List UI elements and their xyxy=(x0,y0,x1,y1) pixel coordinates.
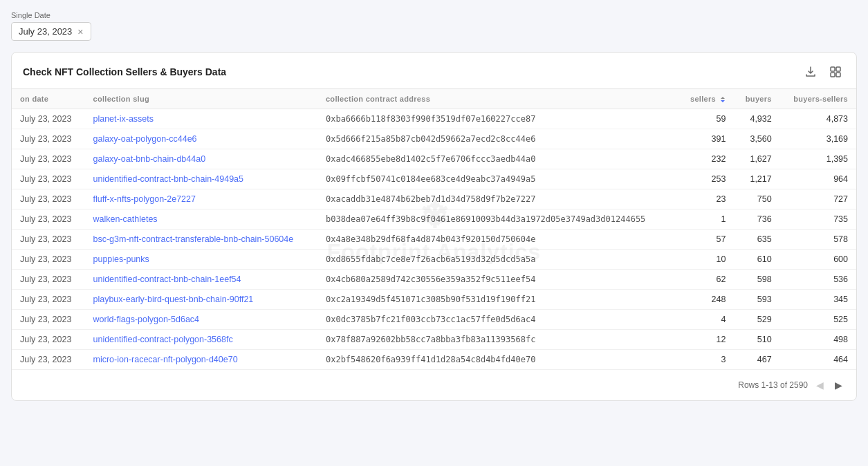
svg-rect-0 xyxy=(831,67,835,71)
cell-buyers: 593 xyxy=(734,290,779,310)
cell-slug: bsc-g3m-nft-contract-transferable-bnb-ch… xyxy=(84,230,317,250)
slug-link[interactable]: micro-ion-racecar-nft-polygon-d40e70 xyxy=(93,355,237,364)
cell-sellers: 62 xyxy=(678,270,735,290)
cell-buyers-sellers: 345 xyxy=(780,290,856,310)
cell-slug: galaxy-oat-bnb-chain-db44a0 xyxy=(84,149,317,169)
cell-address: 0xc2a19349d5f451071c3085b90f531d19f190ff… xyxy=(317,290,678,310)
cell-slug: fluff-x-nfts-polygon-2e7227 xyxy=(84,189,317,209)
clear-date-button[interactable]: × xyxy=(77,27,83,37)
cell-buyers: 598 xyxy=(734,270,779,290)
cell-sellers: 10 xyxy=(678,250,735,270)
cell-date: July 23, 2023 xyxy=(12,209,84,230)
cell-slug: world-flags-polygon-5d6ac4 xyxy=(84,310,317,330)
table-row: July 23, 2023galaxy-oat-bnb-chain-db44a0… xyxy=(12,149,856,169)
cell-date: July 23, 2023 xyxy=(12,330,84,350)
cell-sellers: 248 xyxy=(678,290,735,310)
cell-date: July 23, 2023 xyxy=(12,290,84,310)
cell-address: 0xacaddb31e4874b62beb7d1d34d758d9f7b2e72… xyxy=(317,189,678,209)
slug-link[interactable]: unidentified-contract-bnb-chain-1eef54 xyxy=(93,274,241,284)
cell-address: 0xba6666b118f8303f990f3519df07e160227cce… xyxy=(317,109,678,129)
slug-link[interactable]: unidentified-contract-polygon-3568fc xyxy=(93,335,232,344)
table-row: July 23, 2023walken-cathletesb038dea07e6… xyxy=(12,209,856,230)
col-sellers[interactable]: sellers xyxy=(678,89,735,109)
table-row: July 23, 2023fluff-x-nfts-polygon-2e7227… xyxy=(12,189,856,209)
cell-buyers: 3,560 xyxy=(734,129,779,149)
cell-date: July 23, 2023 xyxy=(12,230,84,250)
cell-address: 0x2bf548620f6a939ff41d1d28a54c8d4b4fd40e… xyxy=(317,350,678,370)
table-row: July 23, 2023unidentified-contract-bnb-c… xyxy=(12,169,856,189)
table-row: July 23, 2023planet-ix-assets0xba6666b11… xyxy=(12,109,856,129)
cell-slug: planet-ix-assets xyxy=(84,109,317,129)
cell-buyers: 510 xyxy=(734,330,779,350)
slug-link[interactable]: bsc-g3m-nft-contract-transferable-bnb-ch… xyxy=(93,234,293,244)
cell-buyers-sellers: 600 xyxy=(780,250,856,270)
cell-slug: galaxy-oat-polygon-cc44e6 xyxy=(84,129,317,149)
cell-slug: puppies-punks xyxy=(84,250,317,270)
slug-link[interactable]: fluff-x-nfts-polygon-2e7227 xyxy=(93,194,195,204)
cell-buyers-sellers: 536 xyxy=(780,270,856,290)
cell-address: 0x09ffcbf50741c0184ee683ce4d9eabc37a4949… xyxy=(317,169,678,189)
cell-buyers-sellers: 525 xyxy=(780,310,856,330)
date-value: July 23, 2023 xyxy=(19,26,72,37)
download-button[interactable] xyxy=(801,62,820,82)
data-table: on date collection slug collection contr… xyxy=(12,89,856,369)
cell-slug: walken-cathletes xyxy=(84,209,317,230)
svg-rect-1 xyxy=(836,67,840,71)
table-head: on date collection slug collection contr… xyxy=(12,89,856,109)
table-row: July 23, 2023bsc-g3m-nft-contract-transf… xyxy=(12,230,856,250)
cell-slug: micro-ion-racecar-nft-polygon-d40e70 xyxy=(84,350,317,370)
cell-address: 0x78f887a92602bb58cc7a8bba3fb83a11393568… xyxy=(317,330,678,350)
slug-link[interactable]: world-flags-polygon-5d6ac4 xyxy=(93,315,199,324)
cell-buyers: 1,627 xyxy=(734,149,779,169)
cell-sellers: 232 xyxy=(678,149,735,169)
date-filter-label: Single Date xyxy=(11,11,857,19)
slug-link[interactable]: galaxy-oat-bnb-chain-db44a0 xyxy=(93,154,205,164)
cell-buyers: 467 xyxy=(734,350,779,370)
table-body-wrapper: ❄ Footprint Analytics on date collection… xyxy=(12,89,856,369)
table-header-row: Check NFT Collection Sellers & Buyers Da… xyxy=(12,53,856,89)
cell-buyers-sellers: 1,395 xyxy=(780,149,856,169)
col-on-date: on date xyxy=(12,89,84,109)
cell-date: July 23, 2023 xyxy=(12,270,84,290)
slug-link[interactable]: puppies-punks xyxy=(93,254,149,264)
cell-address: b038dea07e64ff39b8c9f0461e86910093b44d3a… xyxy=(317,209,678,230)
table-row: July 23, 2023galaxy-oat-polygon-cc44e60x… xyxy=(12,129,856,149)
cell-buyers: 4,932 xyxy=(734,109,779,129)
table-body: July 23, 2023planet-ix-assets0xba6666b11… xyxy=(12,109,856,370)
date-chip: July 23, 2023 × xyxy=(11,22,91,41)
table-row: July 23, 2023playbux-early-bird-quest-bn… xyxy=(12,290,856,310)
cell-address: 0xd8655fdabc7ce8e7f26acb6a5193d32d5dcd5a… xyxy=(317,250,678,270)
cell-sellers: 4 xyxy=(678,310,735,330)
share-button[interactable] xyxy=(826,62,845,82)
cell-sellers: 253 xyxy=(678,169,735,189)
cell-buyers-sellers: 464 xyxy=(780,350,856,370)
svg-rect-2 xyxy=(831,73,835,77)
pagination-row: Rows 1-13 of 2590 ◀ ▶ xyxy=(12,369,856,400)
cell-date: July 23, 2023 xyxy=(12,189,84,209)
cell-buyers-sellers: 4,873 xyxy=(780,109,856,129)
slug-link[interactable]: galaxy-oat-polygon-cc44e6 xyxy=(93,134,196,144)
prev-page-button[interactable]: ◀ xyxy=(813,378,827,392)
cell-buyers-sellers: 727 xyxy=(780,189,856,209)
cell-address: 0xadc466855ebe8d1402c5f7e6706fccc3aedb44… xyxy=(317,149,678,169)
slug-link[interactable]: playbux-early-bird-quest-bnb-chain-90ff2… xyxy=(93,295,253,304)
cell-buyers: 750 xyxy=(734,189,779,209)
date-filter-section: Single Date July 23, 2023 × xyxy=(11,11,857,41)
slug-link[interactable]: walken-cathletes xyxy=(93,214,157,224)
cell-buyers-sellers: 964 xyxy=(780,169,856,189)
cell-address: 0x0dc3785b7fc21f003ccb73cc1ac57ffe0d5d6a… xyxy=(317,310,678,330)
table-row: July 23, 2023unidentified-contract-polyg… xyxy=(12,330,856,350)
cell-date: July 23, 2023 xyxy=(12,129,84,149)
slug-link[interactable]: unidentified-contract-bnb-chain-4949a5 xyxy=(93,174,243,184)
sellers-sort-icon xyxy=(720,96,726,103)
next-page-button[interactable]: ▶ xyxy=(832,378,845,392)
cell-buyers-sellers: 3,169 xyxy=(780,129,856,149)
svg-rect-3 xyxy=(836,73,840,77)
table-row: July 23, 2023world-flags-polygon-5d6ac40… xyxy=(12,310,856,330)
slug-link[interactable]: planet-ix-assets xyxy=(93,114,154,124)
cell-buyers: 736 xyxy=(734,209,779,230)
cell-sellers: 59 xyxy=(678,109,735,129)
table-row: July 23, 2023micro-ion-racecar-nft-polyg… xyxy=(12,350,856,370)
cell-address: 0x5d666f215a85b87cb042d59662a7ecd2c8cc44… xyxy=(317,129,678,149)
cell-sellers: 23 xyxy=(678,189,735,209)
